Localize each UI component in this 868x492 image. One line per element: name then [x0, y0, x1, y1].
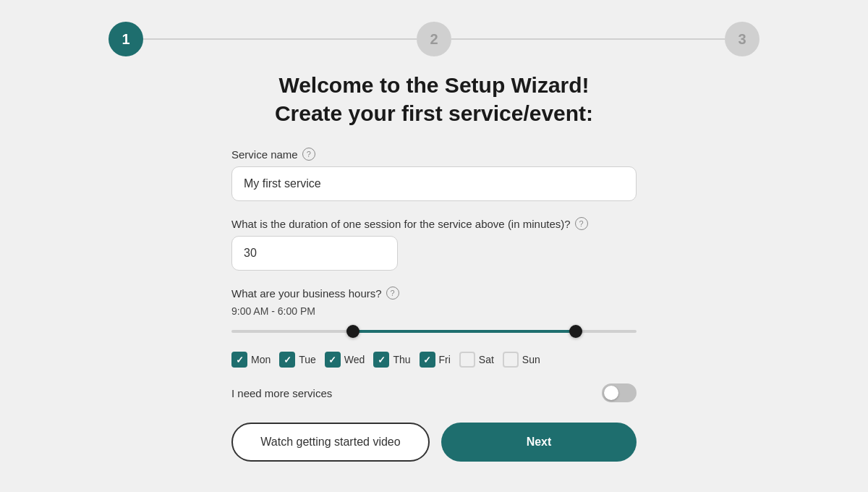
day-item-fri: Fri [420, 352, 451, 368]
day-label-wed: Wed [344, 354, 365, 365]
day-checkbox-tue[interactable] [279, 352, 295, 368]
more-services-label: I need more services [231, 387, 332, 399]
slider-thumb-left[interactable] [346, 325, 359, 338]
day-item-sun: Sun [503, 352, 540, 368]
day-item-wed: Wed [325, 352, 365, 368]
service-name-help-icon[interactable]: ? [302, 148, 315, 161]
page-title: Welcome to the Setup Wizard! Create your… [231, 71, 637, 127]
main-form: Welcome to the Setup Wizard! Create your… [231, 71, 637, 423]
day-checkbox-fri[interactable] [420, 352, 435, 368]
step-line-1 [143, 38, 417, 40]
hours-slider[interactable] [231, 324, 637, 339]
slider-fill [353, 330, 576, 333]
service-name-label: Service name ? [231, 148, 637, 161]
more-services-toggle[interactable] [602, 383, 637, 402]
step-2: 2 [417, 22, 451, 56]
day-item-thu: Thu [373, 352, 410, 368]
next-button[interactable]: Next [441, 423, 637, 462]
step-3: 3 [725, 22, 760, 56]
day-checkbox-thu[interactable] [373, 352, 389, 368]
stepper: 1 2 3 [109, 0, 760, 71]
business-hours-help-icon[interactable]: ? [386, 287, 399, 300]
more-services-row: I need more services [231, 383, 637, 402]
business-hours-label: What are your business hours? ? [231, 287, 637, 300]
slider-thumb-right[interactable] [569, 325, 582, 338]
duration-help-icon[interactable]: ? [575, 217, 588, 230]
day-checkbox-mon[interactable] [231, 352, 247, 368]
day-item-sat: Sat [459, 352, 494, 368]
day-label-mon: Mon [251, 354, 271, 365]
day-label-sun: Sun [522, 354, 540, 365]
service-name-input[interactable] [231, 166, 637, 201]
hours-range-label: 9:00 AM - 6:00 PM [231, 305, 637, 317]
toggle-knob [604, 386, 618, 400]
days-row: MonTueWedThuFriSatSun [231, 352, 637, 368]
step-line-2 [451, 38, 725, 40]
step-1: 1 [109, 22, 143, 56]
day-label-sat: Sat [479, 354, 494, 365]
day-item-mon: Mon [231, 352, 271, 368]
day-item-tue: Tue [279, 352, 316, 368]
day-label-thu: Thu [393, 354, 410, 365]
watch-video-button[interactable]: Watch getting started video [231, 423, 430, 462]
day-checkbox-sun[interactable] [503, 352, 519, 368]
buttons-row: Watch getting started video Next [231, 423, 637, 462]
duration-input[interactable] [231, 236, 398, 271]
day-label-tue: Tue [299, 354, 316, 365]
day-checkbox-wed[interactable] [325, 352, 341, 368]
duration-label: What is the duration of one session for … [231, 217, 637, 230]
day-checkbox-sat[interactable] [459, 352, 475, 368]
day-label-fri: Fri [439, 354, 451, 365]
